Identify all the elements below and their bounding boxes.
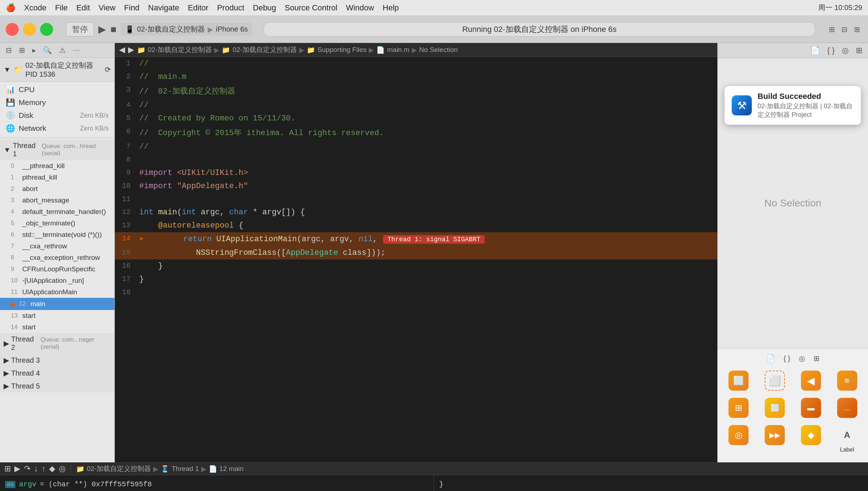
pause-button[interactable]: 暂停 <box>66 22 94 37</box>
obj-item-4[interactable]: ⊞ <box>722 396 755 420</box>
collapse-all-btn[interactable]: ⊟ <box>4 45 14 55</box>
obj-icon-9: ▶▶ <box>765 425 785 445</box>
debug-step-over-btn[interactable]: ↷ <box>24 464 30 473</box>
obj-item-7[interactable]: … <box>830 396 864 420</box>
nav-fwd-btn[interactable]: ▶ <box>128 45 134 54</box>
nav-back-btn[interactable]: ◀ <box>119 45 125 54</box>
obj-lib-btn-2[interactable]: { } <box>781 353 793 364</box>
thread-item-8[interactable]: 8 __cxa_exception_rethrow <box>0 252 114 263</box>
debug-play-btn[interactable]: ▶ <box>14 464 20 473</box>
thread-item-14[interactable]: 14 start <box>0 321 114 333</box>
inspector-quick-btn[interactable]: ◎ <box>840 45 851 56</box>
debug-step-out-btn[interactable]: ↑ <box>42 464 46 473</box>
thread-5-header[interactable]: ▶ Thread 5 <box>0 380 114 392</box>
inspector-file-btn[interactable]: 📄 <box>808 45 822 56</box>
toggle-left-panel[interactable]: ⊞ <box>827 24 837 34</box>
maximize-button[interactable] <box>40 23 53 36</box>
menu-source-control[interactable]: Source Control <box>285 3 338 13</box>
bc-1: 02-加载自定义控制器 <box>148 45 212 54</box>
thread-item-0[interactable]: 0 __pthread_kill <box>0 160 114 172</box>
close-button[interactable] <box>6 23 19 36</box>
code-line-17: 17 } <box>115 273 717 286</box>
thread-item-10[interactable]: 10 -[UIApplication _run] <box>0 275 114 286</box>
apple-menu[interactable]: 🍎 <box>6 3 15 13</box>
debug-breakpoint-btn[interactable]: ◆ <box>49 464 55 473</box>
menu-view[interactable]: View <box>99 3 115 13</box>
signal-badge: Thread 1: signal SIGABRT <box>383 235 485 244</box>
thread-item-2[interactable]: 2 abort <box>0 183 114 195</box>
menu-find[interactable]: Find <box>124 3 140 13</box>
code-line-2: 2 // main.m <box>115 70 717 84</box>
obj-item-8[interactable]: ◎ <box>722 423 755 455</box>
thread-item-6[interactable]: 6 std::__terminate(void (*)()) <box>0 229 114 240</box>
menu-help[interactable]: Help <box>383 3 399 13</box>
thread-item-11[interactable]: 11 UIApplicationMain <box>0 286 114 298</box>
obj-item-9[interactable]: ▶▶ <box>758 423 792 455</box>
menu-file[interactable]: File <box>55 3 67 13</box>
menu-editor[interactable]: Editor <box>188 3 208 13</box>
resource-network[interactable]: 🌐 Network Zero KB/s <box>0 122 114 135</box>
inspector-history-btn[interactable]: ⊞ <box>854 45 864 56</box>
toggle-right-panel[interactable]: ⊞ <box>852 24 862 34</box>
menu-product[interactable]: Product <box>217 3 244 13</box>
thread-item-13[interactable]: 13 start <box>0 310 114 321</box>
obj-lib-btn-3[interactable]: ◎ <box>796 353 808 364</box>
thread-item-5[interactable]: 5 _objc_terminate() <box>0 218 114 229</box>
code-editor[interactable]: ◀ ▶ 📁 02-加载自定义控制器 ▶ 📁 02-加载自定义控制器 ▶ 📁 Su… <box>115 43 717 462</box>
debug-step-in-btn[interactable]: ↓ <box>34 464 38 473</box>
menu-navigate[interactable]: Navigate <box>148 3 179 13</box>
thread-item-3-label: abort_message <box>22 196 69 204</box>
inspector-code-btn[interactable]: { } <box>825 45 837 56</box>
stop-button[interactable]: ■ <box>110 24 117 35</box>
debug-breadcrumb: 📁 02-加载自定义控制器 ▶ 🧵 Thread 1 ▶ 📄 12 main <box>76 464 244 473</box>
obj-item-0[interactable]: ⬜ <box>722 368 755 393</box>
thread-item-7[interactable]: 7 __cxa_rethrow <box>0 240 114 252</box>
thread-item-12[interactable]: ▶ 12 main <box>0 298 114 310</box>
toggle-bottom-panel[interactable]: ⊟ <box>839 24 850 34</box>
obj-item-1[interactable]: ⬜ <box>758 368 792 393</box>
thread-2-header[interactable]: ▶ Thread 2 Queue: com...nager (serial) <box>0 333 114 354</box>
thread-item-4[interactable]: 4 default_terminate_handler() <box>0 206 114 218</box>
thread-1-header[interactable]: ▼ Thread 1 Queue: com...hread (serial) <box>0 139 114 160</box>
resource-cpu[interactable]: 📊 CPU <box>0 83 114 96</box>
search-btn[interactable]: 🔍 <box>41 45 54 55</box>
menu-edit[interactable]: Edit <box>76 3 90 13</box>
resource-disk[interactable]: 💿 Disk Zero KB/s <box>0 109 114 122</box>
thread-item-1[interactable]: 1 pthread_kill <box>0 172 114 183</box>
warn-btn[interactable]: ⚠ <box>57 45 68 55</box>
obj-icon-10: ◆ <box>801 425 821 445</box>
settings-btn[interactable]: ⋯ <box>71 45 82 55</box>
thread-item-14-label: start <box>22 323 36 331</box>
code-area[interactable]: 1 // 2 // main.m 3 // 02-加载自定义控制器 4 // 5… <box>115 57 717 462</box>
thread-item-0-label: __pthread_kill <box>22 162 65 170</box>
minimize-button[interactable] <box>23 23 36 36</box>
debug-location-btn[interactable]: ◎ <box>59 464 66 473</box>
resource-memory[interactable]: 💾 Memory <box>0 96 114 109</box>
menu-xcode[interactable]: Xcode <box>24 3 46 13</box>
var-argv-icon: aa <box>5 481 15 488</box>
obj-lib-btn-4[interactable]: ⊞ <box>811 353 822 364</box>
obj-lib-btn-1[interactable]: 📄 <box>763 353 778 364</box>
build-notification: ⚒ Build Succeeded 02-加载自定义控制器 | 02-加载自定义… <box>725 86 861 125</box>
thread-item-5-label: _objc_terminate() <box>22 219 75 227</box>
network-icon: 🌐 <box>6 124 15 133</box>
thread-4-header[interactable]: ▶ Thread 4 <box>0 367 114 380</box>
thread-item-9[interactable]: 9 CFRunLoopRunSpecific <box>0 263 114 275</box>
obj-item-label[interactable]: A Label <box>830 423 864 455</box>
add-btn[interactable]: ▸ <box>30 45 38 55</box>
menu-debug[interactable]: Debug <box>253 3 276 13</box>
obj-item-6[interactable]: ▬ <box>794 396 828 420</box>
filter-btn[interactable]: ⊞ <box>17 45 27 55</box>
thread-1-collapse: ▼ <box>4 146 11 154</box>
debug-var-argv[interactable]: aa argv = (char **) 0x7fff55f595f8 <box>5 479 429 490</box>
thread-item-3[interactable]: 3 abort_message <box>0 195 114 206</box>
play-button[interactable]: ▶ <box>98 23 106 35</box>
notification-subtitle: 02-加载自定义控制器 | 02-加载自定义控制器 Project <box>758 102 854 119</box>
obj-item-10[interactable]: ◆ <box>794 423 828 455</box>
obj-item-2[interactable]: ◀ <box>794 368 828 393</box>
thread-3-header[interactable]: ▶ Thread 3 <box>0 354 114 367</box>
obj-item-5[interactable]: ⬜ <box>758 396 792 420</box>
obj-item-3[interactable]: ≡ <box>830 368 864 393</box>
debug-toggle-btn[interactable]: ⊞ <box>4 464 11 473</box>
menu-window[interactable]: Window <box>346 3 374 13</box>
